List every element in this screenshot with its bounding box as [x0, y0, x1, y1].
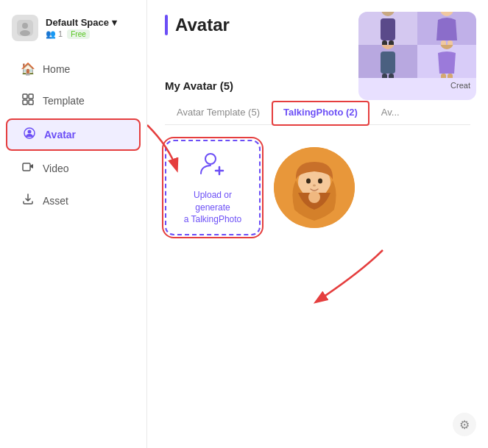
tab-avatar-template[interactable]: Avatar Template (5) — [165, 101, 272, 125]
chevron-down-icon: ▾ — [112, 17, 117, 28]
template-icon — [21, 93, 35, 108]
avatar-thumb-2 — [417, 12, 476, 45]
home-icon: 🏠 — [21, 62, 35, 76]
sidebar-item-template-label: Template — [43, 95, 85, 107]
svg-point-14 — [440, 12, 453, 16]
svg-rect-6 — [29, 100, 33, 104]
upload-card-line2: a TalkingPhoto — [184, 214, 242, 224]
gear-icon: ⚙ — [459, 418, 470, 432]
svg-rect-22 — [441, 74, 446, 79]
create-avatar-card[interactable]: Creat — [358, 12, 476, 100]
svg-point-24 — [205, 154, 216, 164]
svg-rect-5 — [23, 100, 27, 104]
workspace-name-text: Default Space — [46, 17, 109, 28]
sidebar-item-home-label: Home — [43, 63, 70, 75]
svg-point-10 — [381, 12, 395, 16]
sidebar-item-home[interactable]: 🏠 Home — [6, 54, 141, 83]
sidebar-item-avatar-label: Avatar — [44, 129, 76, 141]
avatar-icon — [22, 127, 37, 142]
annotation-arrow-2 — [265, 235, 412, 331]
avatar-grid-preview — [358, 12, 476, 78]
svg-rect-23 — [448, 74, 453, 79]
asset-icon — [21, 193, 35, 208]
sidebar-item-avatar[interactable]: Avatar — [6, 118, 141, 151]
tab-avatar[interactable]: Av... — [369, 101, 411, 125]
avatar-tabs: Avatar Template (5) TalkingPhoto (2) Av.… — [165, 101, 470, 125]
sidebar-item-asset-label: Asset — [43, 195, 68, 207]
svg-point-30 — [318, 179, 322, 184]
svg-point-29 — [306, 179, 311, 184]
sidebar: Default Space ▾ 👥 1 Free 🏠 Home Template — [0, 0, 147, 448]
svg-point-32 — [308, 191, 320, 203]
baby-avatar-card[interactable] — [274, 147, 355, 228]
avatar-thumb-1 — [358, 12, 417, 45]
svg-rect-3 — [23, 94, 27, 99]
title-bar-decoration — [165, 15, 168, 35]
svg-rect-20 — [389, 74, 394, 79]
svg-rect-11 — [381, 18, 395, 40]
svg-point-21 — [440, 45, 453, 49]
svg-rect-4 — [29, 94, 33, 99]
page-title: Avatar — [175, 15, 230, 35]
members-count: 👥 1 — [46, 29, 63, 39]
upload-talking-photo-card[interactable]: Upload or generate a TalkingPhoto — [165, 140, 261, 235]
svg-point-17 — [381, 45, 395, 49]
sidebar-item-template[interactable]: Template — [6, 86, 141, 115]
svg-rect-9 — [23, 163, 30, 171]
svg-point-31 — [313, 185, 316, 187]
upload-card-text: Upload or generate a TalkingPhoto — [175, 189, 250, 226]
main-content: Avatar — [147, 0, 488, 448]
workspace-avatar-icon — [12, 15, 38, 41]
workspace-info: Default Space ▾ 👥 1 Free — [46, 17, 135, 39]
workspace-meta: 👥 1 Free — [46, 29, 135, 39]
create-card-label: Creat — [358, 78, 476, 93]
svg-point-2 — [20, 30, 30, 36]
avatar-thumb-3 — [358, 45, 417, 78]
sidebar-item-video[interactable]: Video — [6, 154, 141, 183]
svg-rect-19 — [382, 74, 387, 79]
video-icon — [21, 161, 35, 176]
talking-photo-cards: Upload or generate a TalkingPhoto — [165, 140, 470, 235]
sidebar-item-asset[interactable]: Asset — [6, 186, 141, 216]
settings-button[interactable]: ⚙ — [453, 413, 476, 436]
plan-badge: Free — [67, 29, 90, 39]
person-add-icon — [199, 149, 227, 183]
workspace-name: Default Space ▾ — [46, 17, 135, 28]
workspace-header[interactable]: Default Space ▾ 👥 1 Free — [0, 9, 146, 53]
svg-point-1 — [22, 23, 28, 29]
upload-card-line1: Upload or generate — [194, 190, 232, 213]
sidebar-item-video-label: Video — [43, 163, 69, 174]
avatar-thumb-4 — [417, 45, 476, 78]
tab-talking-photo[interactable]: TalkingPhoto (2) — [272, 101, 369, 126]
svg-rect-18 — [381, 51, 395, 74]
svg-point-8 — [28, 130, 32, 134]
